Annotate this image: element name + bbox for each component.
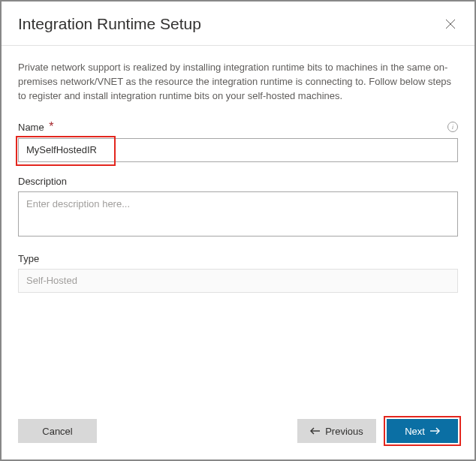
name-field-group: Name * i <box>18 120 458 162</box>
dialog-header: Integration Runtime Setup <box>2 2 474 45</box>
type-field-group: Type Self-Hosted <box>18 253 458 293</box>
dialog-title: Integration Runtime Setup <box>18 15 201 33</box>
name-input[interactable] <box>18 138 458 162</box>
next-button[interactable]: Next <box>387 419 458 443</box>
required-asterisk: * <box>49 120 53 133</box>
close-icon <box>445 19 456 29</box>
type-label: Type <box>18 253 39 264</box>
dialog-content: Private network support is realized by i… <box>2 46 474 419</box>
close-button[interactable] <box>443 17 458 32</box>
previous-label: Previous <box>325 426 363 437</box>
type-value: Self-Hosted <box>26 275 77 286</box>
dialog-footer: Cancel Previous Next <box>2 419 474 459</box>
description-field-group: Description <box>18 176 458 240</box>
cancel-label: Cancel <box>42 426 72 437</box>
description-input[interactable] <box>18 191 458 237</box>
arrow-left-icon <box>310 426 321 437</box>
type-input: Self-Hosted <box>18 269 458 293</box>
name-label: Name <box>18 122 44 133</box>
cancel-button[interactable]: Cancel <box>18 419 97 443</box>
description-label: Description <box>18 176 67 187</box>
intro-text: Private network support is realized by i… <box>18 61 458 104</box>
arrow-right-icon <box>429 426 440 437</box>
info-icon[interactable]: i <box>447 122 458 132</box>
next-label: Next <box>405 426 425 437</box>
previous-button[interactable]: Previous <box>297 419 376 443</box>
